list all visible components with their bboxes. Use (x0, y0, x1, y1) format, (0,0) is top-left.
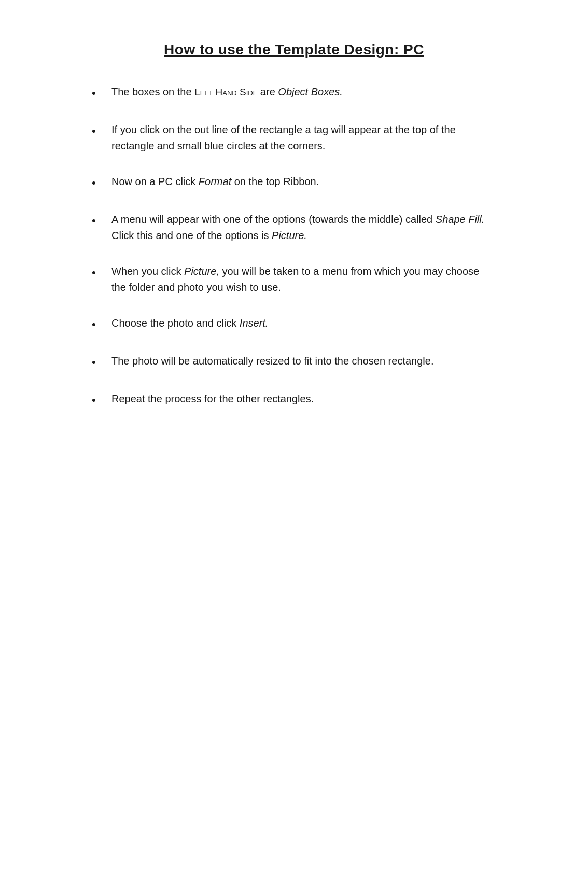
bullet-text: A menu will appear with one of the optio… (111, 212, 496, 244)
bullet-text: Now on a PC click Format on the top Ribb… (111, 174, 496, 190)
italic-text: Picture, (184, 265, 219, 277)
smallcaps-text: Left Hand Side (194, 87, 257, 97)
bullet-dot: • (92, 264, 106, 282)
bullet-dot: • (92, 391, 106, 409)
bullet-dot: • (92, 174, 106, 192)
bullet-dot: • (92, 212, 106, 230)
list-item-1: •The boxes on the Left Hand Side are Obj… (92, 84, 496, 102)
bullet-dot: • (92, 122, 106, 140)
italic-text: Insert. (240, 317, 269, 329)
bullet-text: Choose the photo and click Insert. (111, 315, 496, 331)
bullet-text: When you click Picture, you will be take… (111, 263, 496, 296)
list-item-4: •A menu will appear with one of the opti… (92, 212, 496, 244)
page-title: How to use the Template Design: PC (92, 41, 496, 58)
italic-text: Format (199, 176, 231, 187)
page-container: How to use the Template Design: PC •The … (61, 0, 527, 470)
italic-text: Object Boxes. (278, 86, 343, 97)
list-item-2: •If you click on the out line of the rec… (92, 122, 496, 154)
italic-text: Shape Fill. (436, 214, 485, 225)
list-item-7: •The photo will be automatically resized… (92, 353, 496, 371)
list-item-5: •When you click Picture, you will be tak… (92, 263, 496, 296)
bullet-dot: • (92, 354, 106, 371)
bullet-text: If you click on the out line of the rect… (111, 122, 496, 154)
list-item-3: •Now on a PC click Format on the top Rib… (92, 174, 496, 192)
list-item-6: •Choose the photo and click Insert. (92, 315, 496, 333)
italic-text: Picture. (272, 230, 307, 241)
bullet-text: The photo will be automatically resized … (111, 353, 496, 369)
instruction-list: •The boxes on the Left Hand Side are Obj… (92, 84, 496, 409)
list-item-8: •Repeat the process for the other rectan… (92, 391, 496, 409)
bullet-dot: • (92, 85, 106, 102)
bullet-text: Repeat the process for the other rectang… (111, 391, 496, 407)
bullet-dot: • (92, 316, 106, 333)
bullet-text: The boxes on the Left Hand Side are Obje… (111, 84, 496, 100)
